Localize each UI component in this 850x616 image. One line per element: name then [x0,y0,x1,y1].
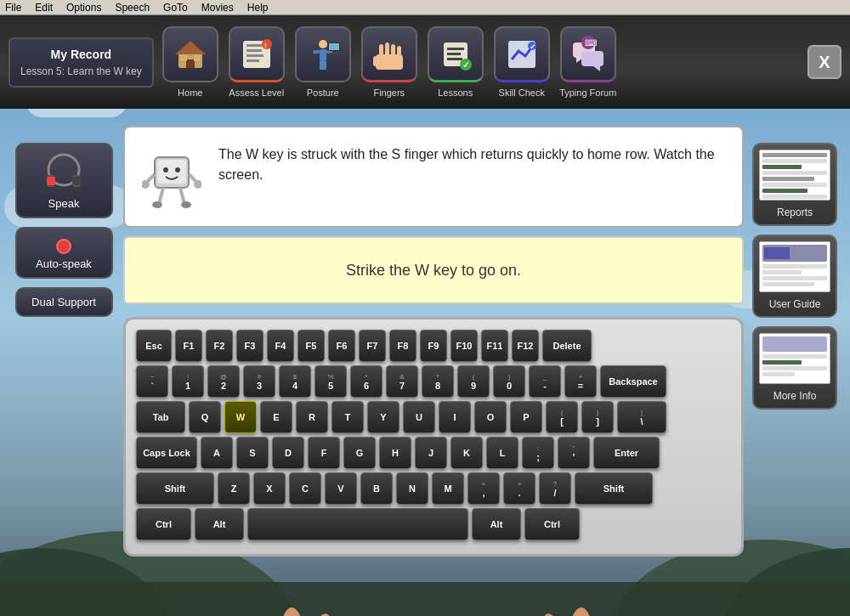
auto-speak-button[interactable]: Auto-speak [15,227,113,279]
key-slash[interactable]: ?/ [539,472,571,505]
key-period[interactable]: >. [503,472,536,505]
key-a[interactable]: A [201,437,233,469]
key-caps-lock[interactable]: Caps Lock [136,437,197,469]
nav-lessons-icon-box[interactable]: ✓ [428,26,484,82]
key-backslash[interactable]: |\ [617,401,666,433]
key-o[interactable]: O [474,401,507,433]
key-f3[interactable]: F3 [236,330,264,362]
key-8[interactable]: *8 [422,365,454,398]
key-9[interactable]: (9 [457,365,490,398]
key-2[interactable]: @2 [207,365,240,398]
key-f1[interactable]: F1 [175,330,202,362]
key-4[interactable]: $4 [279,365,311,398]
key-5[interactable]: %5 [314,365,347,398]
key-l[interactable]: L [486,437,518,469]
key-z[interactable]: Z [218,472,250,505]
key-f5[interactable]: F5 [298,330,325,362]
nav-skill-check[interactable]: ✓ Skill Check [492,26,552,98]
key-c[interactable]: C [289,472,321,505]
key-f8[interactable]: F8 [389,330,416,362]
nav-home[interactable]: Home [161,26,220,98]
nav-assess-level[interactable]: ! Assess Level [227,26,286,98]
key-f[interactable]: F [308,437,340,469]
key-alt-right[interactable]: Alt [472,508,521,540]
close-button[interactable]: X [808,45,842,79]
key-7[interactable]: &7 [386,365,418,398]
key-j[interactable]: J [415,437,447,469]
key-lbracket[interactable]: {[ [546,401,578,433]
nav-typing-forum[interactable]: ⌨ Typing Forum [558,26,618,98]
key-y[interactable]: Y [367,401,400,433]
key-m[interactable]: M [432,472,464,505]
more-info-card[interactable]: More Info [752,326,837,410]
menu-help[interactable]: Help [246,2,270,14]
nav-fingers-icon-box[interactable] [361,26,417,82]
key-k[interactable]: K [450,437,483,469]
nav-skillcheck-icon-box[interactable]: ✓ [494,26,550,82]
key-1[interactable]: !1 [172,365,204,398]
dual-support-button[interactable]: Dual Support [15,287,113,317]
key-f2[interactable]: F2 [206,330,233,362]
menu-edit[interactable]: Edit [33,2,54,14]
key-shift-right[interactable]: Shift [575,472,653,505]
menu-movies[interactable]: Movies [200,2,235,14]
nav-lessons[interactable]: ✓ Lessons [426,26,485,98]
key-n[interactable]: N [396,472,428,505]
key-enter[interactable]: Enter [593,437,660,469]
key-i[interactable]: I [439,401,471,433]
key-space[interactable] [247,508,468,540]
key-6[interactable]: ^6 [350,365,382,398]
key-w[interactable]: W [224,401,257,433]
key-alt-left[interactable]: Alt [195,508,244,540]
key-f6[interactable]: F6 [328,330,355,362]
key-esc[interactable]: Esc [136,330,172,362]
key-r[interactable]: R [296,401,328,433]
key-p[interactable]: P [510,401,542,433]
key-tilde[interactable]: ~` [136,365,168,398]
key-quote[interactable]: "' [558,437,590,469]
key-b[interactable]: B [360,472,393,505]
key-s[interactable]: S [236,437,269,469]
menu-speech[interactable]: Speech [113,2,151,14]
key-ctrl-right[interactable]: Ctrl [524,508,580,540]
key-f7[interactable]: F7 [359,330,386,362]
key-f4[interactable]: F4 [267,330,294,362]
key-delete[interactable]: Delete [542,330,592,362]
key-v[interactable]: V [325,472,357,505]
key-e[interactable]: E [260,401,292,433]
menu-options[interactable]: Options [65,2,103,14]
key-f9[interactable]: F9 [420,330,447,362]
key-u[interactable]: U [403,401,435,433]
key-t[interactable]: T [332,401,364,433]
key-f11[interactable]: F11 [481,330,508,362]
nav-home-icon-box[interactable] [162,26,218,82]
key-minus[interactable]: _- [529,365,561,398]
key-h[interactable]: H [379,437,411,469]
key-3[interactable]: #3 [243,365,275,398]
key-x[interactable]: X [253,472,286,505]
key-g[interactable]: G [343,437,376,469]
key-f10[interactable]: F10 [450,330,478,362]
speak-button[interactable]: Speak [15,143,113,218]
user-guide-card[interactable]: User Guide [752,235,837,318]
key-f12[interactable]: F12 [512,330,539,362]
key-d[interactable]: D [272,437,304,469]
reports-card[interactable]: Reports [752,143,837,226]
key-semicolon[interactable]: :; [522,437,554,469]
key-tab[interactable]: Tab [136,401,185,433]
key-q[interactable]: Q [189,401,221,433]
menu-file[interactable]: File [3,2,23,14]
key-comma[interactable]: <, [468,472,500,505]
key-shift-left[interactable]: Shift [136,472,214,505]
nav-posture[interactable]: Posture [293,26,353,98]
key-0[interactable]: )0 [493,365,525,398]
nav-forum-icon-box[interactable]: ⌨ [560,26,616,82]
nav-assess-icon-box[interactable]: ! [229,26,285,82]
key-equals[interactable]: += [564,365,597,398]
key-rbracket[interactable]: }] [581,401,614,433]
nav-fingers[interactable]: Fingers [360,26,419,98]
key-ctrl-left[interactable]: Ctrl [136,508,191,540]
key-backspace[interactable]: Backspace [600,365,666,398]
menu-goto[interactable]: GoTo [162,2,190,14]
nav-posture-icon-box[interactable] [295,26,351,82]
